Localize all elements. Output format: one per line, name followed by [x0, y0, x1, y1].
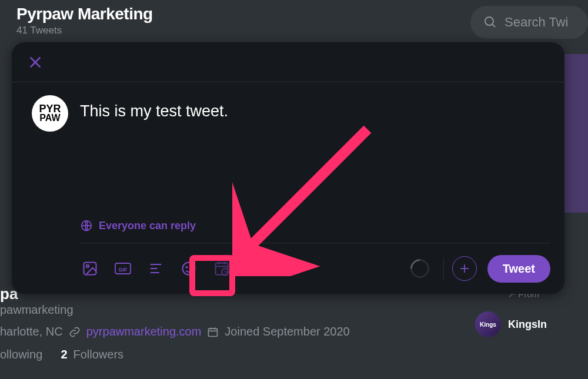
svg-point-17 [186, 267, 188, 268]
svg-point-16 [183, 263, 195, 275]
joined-date: Joined September 2020 [225, 325, 349, 338]
search-icon [483, 15, 497, 29]
add-thread-button[interactable] [452, 256, 477, 281]
svg-point-0 [485, 17, 493, 25]
tweet-text-input[interactable]: This is my test tweet. [80, 102, 550, 120]
plus-icon [457, 261, 472, 276]
svg-point-10 [86, 265, 89, 267]
location-text: harlotte, NC [0, 325, 63, 338]
divider [443, 257, 444, 280]
svg-rect-2 [209, 328, 218, 336]
gif-icon: GIF [114, 260, 132, 277]
poll-icon [148, 260, 164, 277]
svg-line-1 [492, 24, 495, 27]
svg-line-25 [225, 272, 226, 273]
calendar-icon [207, 326, 219, 338]
schedule-icon [213, 260, 230, 277]
user-avatar[interactable]: PYRPAW [32, 95, 68, 132]
followers-label[interactable]: Followers [74, 348, 124, 361]
add-emoji-button[interactable] [180, 260, 198, 277]
profile-website-link[interactable]: pyrpawmarketing.com [86, 325, 202, 338]
search-input[interactable]: Search Twi [470, 6, 588, 39]
svg-point-18 [191, 267, 192, 268]
emoji-icon [181, 260, 197, 277]
followers-count[interactable]: 2 [61, 348, 67, 361]
add-media-button[interactable] [81, 260, 99, 277]
profile-handle: pawmarketing [0, 303, 350, 317]
add-poll-button[interactable] [147, 260, 165, 277]
following-label[interactable]: ollowing [0, 348, 42, 361]
schedule-tweet-button[interactable] [213, 260, 230, 277]
close-button[interactable] [27, 54, 44, 71]
svg-text:GIF: GIF [119, 267, 128, 273]
tweet-button[interactable]: Tweet [487, 255, 550, 283]
media-icon [82, 260, 98, 277]
avatar: Kings [475, 311, 501, 337]
character-count-ring [406, 255, 433, 281]
suggestion-name: KingsIn [508, 318, 547, 331]
svg-rect-9 [84, 263, 96, 275]
close-icon [28, 55, 43, 70]
compose-tweet-modal: PYRPAW This is my test tweet. Everyone c… [12, 42, 564, 294]
profile-info: pa pawmarketing harlotte, NC pyrpawmarke… [0, 285, 350, 361]
add-gif-button[interactable]: GIF [114, 260, 132, 277]
link-icon [69, 326, 81, 338]
search-placeholder: Search Twi [505, 15, 568, 30]
globe-icon [80, 219, 93, 232]
reply-settings-button[interactable]: Everyone can reply [80, 219, 550, 243]
follow-suggestion[interactable]: Kings KingsIn [475, 311, 588, 337]
reply-settings-label: Everyone can reply [99, 220, 196, 232]
